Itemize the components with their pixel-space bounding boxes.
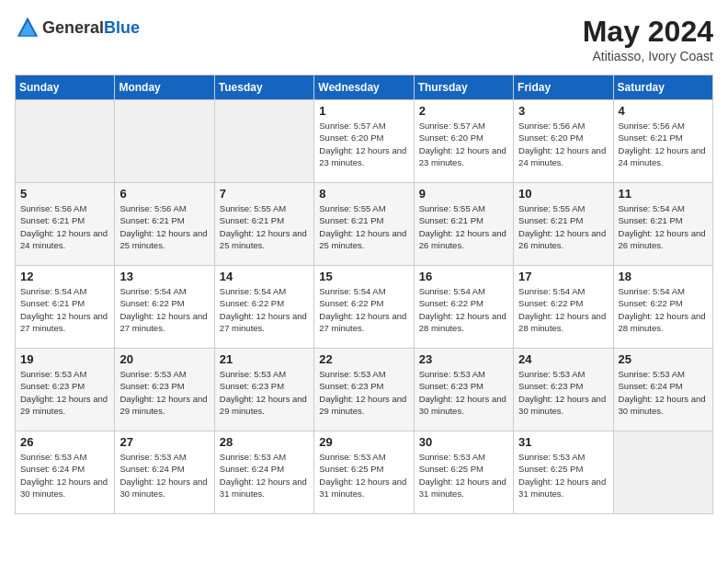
day-number: 5 <box>20 187 109 201</box>
calendar-cell: 26Sunrise: 5:53 AMSunset: 6:24 PMDayligh… <box>16 431 115 514</box>
calendar-cell: 25Sunrise: 5:53 AMSunset: 6:24 PMDayligh… <box>613 349 712 431</box>
day-info: Sunrise: 5:53 AMSunset: 6:25 PMDaylight:… <box>518 451 608 500</box>
calendar-cell: 3Sunrise: 5:56 AMSunset: 6:20 PMDaylight… <box>514 100 613 183</box>
calendar-cell: 15Sunrise: 5:54 AMSunset: 6:22 PMDayligh… <box>314 266 414 349</box>
day-info: Sunrise: 5:53 AMSunset: 6:23 PMDaylight:… <box>119 368 209 417</box>
calendar-week-1: 1Sunrise: 5:57 AMSunset: 6:20 PMDaylight… <box>16 100 713 183</box>
day-info: Sunrise: 5:53 AMSunset: 6:25 PMDaylight:… <box>419 451 508 500</box>
calendar-week-2: 5Sunrise: 5:56 AMSunset: 6:21 PMDaylight… <box>16 183 713 266</box>
logo-general: General <box>42 18 104 37</box>
calendar-cell: 7Sunrise: 5:55 AMSunset: 6:21 PMDaylight… <box>214 183 313 266</box>
day-info: Sunrise: 5:53 AMSunset: 6:23 PMDaylight:… <box>518 368 608 417</box>
calendar-cell: 8Sunrise: 5:55 AMSunset: 6:21 PMDaylight… <box>314 183 414 266</box>
calendar-cell <box>613 431 712 514</box>
day-number: 14 <box>220 270 309 283</box>
day-number: 23 <box>419 352 508 366</box>
day-number: 16 <box>419 270 508 283</box>
day-number: 19 <box>20 352 109 366</box>
day-number: 29 <box>319 435 408 449</box>
header-tuesday: Tuesday <box>214 75 313 100</box>
day-number: 2 <box>419 104 508 118</box>
calendar-cell: 12Sunrise: 5:54 AMSunset: 6:21 PMDayligh… <box>16 266 115 349</box>
calendar-cell: 28Sunrise: 5:53 AMSunset: 6:24 PMDayligh… <box>214 431 313 514</box>
day-info: Sunrise: 5:53 AMSunset: 6:24 PMDaylight:… <box>619 368 708 417</box>
calendar-cell: 21Sunrise: 5:53 AMSunset: 6:23 PMDayligh… <box>214 349 313 431</box>
day-info: Sunrise: 5:53 AMSunset: 6:24 PMDaylight:… <box>119 451 209 500</box>
day-number: 21 <box>220 352 309 366</box>
day-info: Sunrise: 5:54 AMSunset: 6:21 PMDaylight:… <box>619 202 708 251</box>
day-number: 11 <box>619 187 708 201</box>
day-number: 18 <box>619 270 708 283</box>
calendar-cell: 22Sunrise: 5:53 AMSunset: 6:23 PMDayligh… <box>314 349 414 431</box>
logo-blue: Blue <box>104 18 140 37</box>
calendar-cell: 10Sunrise: 5:55 AMSunset: 6:21 PMDayligh… <box>514 183 613 266</box>
calendar-week-3: 12Sunrise: 5:54 AMSunset: 6:21 PMDayligh… <box>16 266 713 349</box>
calendar-week-5: 26Sunrise: 5:53 AMSunset: 6:24 PMDayligh… <box>16 431 713 514</box>
calendar-cell: 2Sunrise: 5:57 AMSunset: 6:20 PMDaylight… <box>414 100 513 183</box>
location-subtitle: Atitiasso, Ivory Coast <box>583 49 713 63</box>
calendar-cell: 5Sunrise: 5:56 AMSunset: 6:21 PMDaylight… <box>16 183 115 266</box>
calendar-cell: 27Sunrise: 5:53 AMSunset: 6:24 PMDayligh… <box>115 431 214 514</box>
day-info: Sunrise: 5:54 AMSunset: 6:22 PMDaylight:… <box>319 285 408 334</box>
day-number: 28 <box>220 435 309 449</box>
calendar-cell: 9Sunrise: 5:55 AMSunset: 6:21 PMDaylight… <box>414 183 513 266</box>
day-info: Sunrise: 5:56 AMSunset: 6:20 PMDaylight:… <box>518 120 608 168</box>
day-info: Sunrise: 5:53 AMSunset: 6:25 PMDaylight:… <box>319 451 408 500</box>
day-info: Sunrise: 5:53 AMSunset: 6:23 PMDaylight:… <box>419 368 508 417</box>
calendar-cell: 13Sunrise: 5:54 AMSunset: 6:22 PMDayligh… <box>115 266 214 349</box>
day-info: Sunrise: 5:54 AMSunset: 6:22 PMDaylight:… <box>119 285 209 334</box>
calendar-cell: 14Sunrise: 5:54 AMSunset: 6:22 PMDayligh… <box>214 266 313 349</box>
day-info: Sunrise: 5:53 AMSunset: 6:23 PMDaylight:… <box>220 368 309 417</box>
day-number: 1 <box>319 104 408 118</box>
header-monday: Monday <box>115 75 214 100</box>
header-friday: Friday <box>514 75 613 100</box>
calendar-cell: 17Sunrise: 5:54 AMSunset: 6:22 PMDayligh… <box>514 266 613 349</box>
weekday-row: Sunday Monday Tuesday Wednesday Thursday… <box>16 75 713 100</box>
header-wednesday: Wednesday <box>314 75 414 100</box>
day-info: Sunrise: 5:53 AMSunset: 6:24 PMDaylight:… <box>220 451 309 500</box>
day-info: Sunrise: 5:55 AMSunset: 6:21 PMDaylight:… <box>419 202 508 251</box>
day-number: 31 <box>518 435 608 449</box>
calendar-cell: 16Sunrise: 5:54 AMSunset: 6:22 PMDayligh… <box>414 266 513 349</box>
calendar-cell <box>214 100 313 183</box>
calendar-table: Sunday Monday Tuesday Wednesday Thursday… <box>15 75 713 514</box>
day-number: 17 <box>518 270 608 283</box>
calendar-cell: 18Sunrise: 5:54 AMSunset: 6:22 PMDayligh… <box>613 266 712 349</box>
day-number: 25 <box>619 352 708 366</box>
day-info: Sunrise: 5:53 AMSunset: 6:24 PMDaylight:… <box>20 451 109 500</box>
calendar-cell <box>115 100 214 183</box>
calendar-cell: 24Sunrise: 5:53 AMSunset: 6:23 PMDayligh… <box>514 349 613 431</box>
day-number: 27 <box>119 435 209 449</box>
day-number: 8 <box>319 187 408 201</box>
day-info: Sunrise: 5:57 AMSunset: 6:20 PMDaylight:… <box>419 120 508 168</box>
header-sunday: Sunday <box>16 75 115 100</box>
day-number: 6 <box>119 187 209 201</box>
calendar-cell: 23Sunrise: 5:53 AMSunset: 6:23 PMDayligh… <box>414 349 513 431</box>
day-number: 4 <box>619 104 708 118</box>
day-number: 30 <box>419 435 508 449</box>
day-info: Sunrise: 5:53 AMSunset: 6:23 PMDaylight:… <box>20 368 109 417</box>
calendar-header: Sunday Monday Tuesday Wednesday Thursday… <box>16 75 713 100</box>
day-info: Sunrise: 5:55 AMSunset: 6:21 PMDaylight:… <box>319 202 408 251</box>
day-number: 12 <box>20 270 109 283</box>
title-block: May 2024 Atitiasso, Ivory Coast <box>583 15 713 63</box>
calendar-cell: 19Sunrise: 5:53 AMSunset: 6:23 PMDayligh… <box>16 349 115 431</box>
day-info: Sunrise: 5:54 AMSunset: 6:22 PMDaylight:… <box>518 285 608 334</box>
day-info: Sunrise: 5:54 AMSunset: 6:22 PMDaylight:… <box>619 285 708 334</box>
day-number: 24 <box>518 352 608 366</box>
day-number: 20 <box>119 352 209 366</box>
calendar-cell: 31Sunrise: 5:53 AMSunset: 6:25 PMDayligh… <box>514 431 613 514</box>
calendar-cell: 20Sunrise: 5:53 AMSunset: 6:23 PMDayligh… <box>115 349 214 431</box>
day-info: Sunrise: 5:57 AMSunset: 6:20 PMDaylight:… <box>319 120 408 168</box>
logo: GeneralBlue <box>15 15 140 40</box>
calendar-cell: 29Sunrise: 5:53 AMSunset: 6:25 PMDayligh… <box>314 431 414 514</box>
month-year-title: May 2024 <box>583 15 713 49</box>
day-number: 7 <box>220 187 309 201</box>
day-number: 3 <box>518 104 608 118</box>
day-number: 15 <box>319 270 408 283</box>
day-info: Sunrise: 5:54 AMSunset: 6:22 PMDaylight:… <box>220 285 309 334</box>
calendar-cell: 6Sunrise: 5:56 AMSunset: 6:21 PMDaylight… <box>115 183 214 266</box>
day-info: Sunrise: 5:56 AMSunset: 6:21 PMDaylight:… <box>619 120 708 168</box>
day-info: Sunrise: 5:56 AMSunset: 6:21 PMDaylight:… <box>20 202 109 251</box>
day-info: Sunrise: 5:54 AMSunset: 6:21 PMDaylight:… <box>20 285 109 334</box>
